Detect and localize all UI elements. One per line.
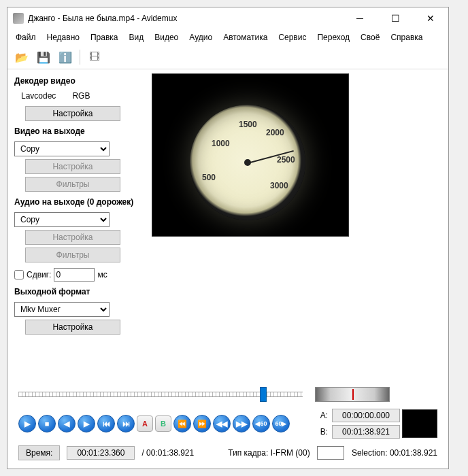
decoder-colorspace: RGB [72,91,90,101]
seek-slider[interactable] [18,387,303,402]
time-label-button[interactable]: Время: [18,445,60,460]
frame-type: Тип кадра: I-FRM (00) [228,448,310,458]
slider-thumb[interactable] [260,387,267,402]
back-60s-button[interactable]: ◀60 [252,415,270,432]
minimize-button[interactable]: ─ [348,10,372,27]
status-row: Время: 00:01:23.360 / 00:01:38.921 Тип к… [18,445,437,460]
toolbar: 📂 💾 ℹ️ 🎞 [7,46,448,69]
output-format-select[interactable]: Mkv Muxer [14,302,110,317]
audio-filters-button[interactable]: Фильтры [25,248,120,262]
video-preview: 500 1000 1500 2000 2500 3000 [152,73,349,237]
set-marker-a-button[interactable]: A [137,415,153,432]
decoder-settings-button[interactable]: Настройка [25,106,120,121]
marker-a-row: A: 00:00:00.000 [320,409,400,422]
fwd-60s-button[interactable]: 60▶ [272,415,290,432]
prev-cut-button[interactable]: ⏪ [173,415,191,432]
next-keyframe-button[interactable]: ⏭ [117,415,135,432]
video-out-title: Видео на выходе [14,126,144,136]
app-window: Джанго - Была не была.mp4 - Avidemux ─ ☐… [7,7,449,469]
shift-checkbox[interactable] [14,270,24,279]
marker-b-row: B: 00:01:38.921 [320,425,400,439]
shift-input[interactable] [54,268,95,282]
gauge-tick: 2500 [277,155,295,165]
prev-black-button[interactable]: ◀◀ [213,415,231,432]
next-black-button[interactable]: ▶▶ [233,415,250,432]
shift-label: Сдвиг: [27,270,51,279]
preview-area: 500 1000 1500 2000 2500 3000 [152,73,441,377]
b-label: B: [320,427,328,437]
decoder-info: Lavcodec RGB [14,91,144,101]
menu-edit[interactable]: Правка [86,31,122,44]
gauge-tick: 1000 [212,139,230,148]
video-out-select[interactable]: Copy [14,141,110,156]
audio-out-select[interactable]: Copy [14,212,110,227]
menu-help[interactable]: Справка [386,31,427,44]
jog-wheel[interactable] [315,387,390,402]
frame-input[interactable] [317,446,344,460]
gauge-hub [244,159,251,166]
calc-icon[interactable]: 🎞 [86,48,103,66]
menu-tools[interactable]: Сервис [274,31,310,44]
save-icon[interactable]: 💾 [35,48,52,66]
video-settings-button[interactable]: Настройка [25,159,120,174]
gauge-image: 500 1000 1500 2000 2500 3000 [190,105,305,220]
b-time: 00:01:38.921 [332,425,400,439]
gauge-tick: 1500 [239,120,257,129]
selection-label: Selection: 00:01:38.921 [352,448,437,458]
audio-out-title: Аудио на выходе (0 дорожек) [14,197,144,207]
content-area: Декодер видео Lavcodec RGB Настройка Вид… [7,69,448,381]
shift-unit: мс [97,270,107,279]
toolbar-separator [80,50,80,65]
titlebar: Джанго - Была не была.mp4 - Avidemux ─ ☐… [7,7,448,29]
gauge-tick: 500 [202,173,216,182]
timeline-row [18,387,437,402]
menu-video[interactable]: Видео [150,31,182,44]
left-panel: Декодер видео Lavcodec RGB Настройка Вид… [14,73,144,377]
open-icon[interactable]: 📂 [13,48,31,66]
video-filters-button[interactable]: Фильтры [25,177,120,192]
a-label: A: [320,411,328,420]
menu-view[interactable]: Вид [125,31,148,44]
menu-audio[interactable]: Аудио [185,31,216,44]
gauge-tick: 3000 [270,181,288,190]
play-button[interactable]: ▶ [18,415,36,432]
set-marker-b-button[interactable]: B [155,415,171,432]
current-time[interactable]: 00:01:23.360 [67,446,135,460]
window-title: Джанго - Была не была.mp4 - Avidemux [28,14,348,23]
window-controls: ─ ☐ ✕ [348,10,443,27]
timeline-area: ▶ ■ ◀ ▶ ⏮ ⏭ A B ⏪ ⏩ ◀◀ ▶▶ ◀60 60▶ A: 00:… [7,381,448,469]
output-format-title: Выходной формат [14,287,144,296]
close-button[interactable]: ✕ [418,10,443,27]
next-cut-button[interactable]: ⏩ [193,415,211,432]
menu-recent[interactable]: Недавно [43,31,84,44]
total-time: / 00:01:38.921 [141,448,194,458]
a-time: 00:00:00.000 [332,409,400,422]
menu-custom[interactable]: Своё [356,31,384,44]
stop-button[interactable]: ■ [38,415,56,432]
audio-settings-button[interactable]: Настройка [25,230,120,245]
menu-auto[interactable]: Автоматика [219,31,271,44]
ab-markers: A: 00:00:00.000 B: 00:01:38.921 [320,409,400,439]
audio-shift-row: Сдвиг: мс [14,268,144,282]
prev-frame-button[interactable]: ◀ [58,415,76,432]
prev-keyframe-button[interactable]: ⏮ [97,415,115,432]
menubar: Файл Недавно Правка Вид Видео Аудио Авто… [7,29,448,46]
menu-file[interactable]: Файл [12,31,40,44]
output-settings-button[interactable]: Настройка [25,320,120,335]
transport-controls: ▶ ■ ◀ ▶ ⏮ ⏭ A B ⏪ ⏩ ◀◀ ▶▶ ◀60 60▶ A: 00:… [18,409,437,439]
next-frame-button[interactable]: ▶ [78,415,95,432]
info-icon[interactable]: ℹ️ [56,48,74,66]
app-icon [13,13,24,24]
gauge-tick: 2000 [266,128,284,137]
menu-go[interactable]: Переход [313,31,354,44]
maximize-button[interactable]: ☐ [383,10,407,27]
thumbnail-preview [402,409,437,438]
decoder-codec: Lavcodec [21,91,56,101]
decoder-title: Декодер видео [14,76,144,86]
